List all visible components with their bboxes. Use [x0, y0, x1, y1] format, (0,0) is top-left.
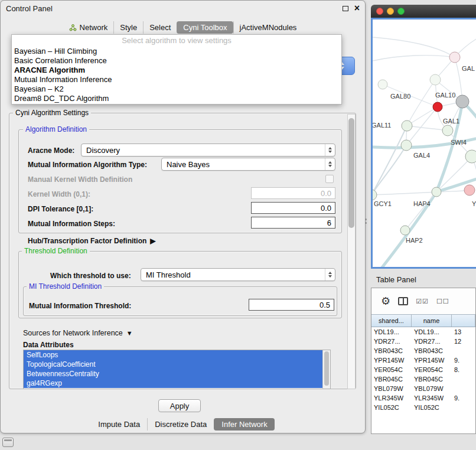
attribute-item[interactable]: SelfLoops: [24, 350, 322, 360]
table-row[interactable]: YDL19... YDL19... 13: [371, 327, 475, 337]
tab-discretize-data[interactable]: Discretize Data: [147, 418, 214, 431]
which-threshold-value: MI Threshold: [146, 270, 191, 279]
table-row[interactable]: YBR045C YBR045C: [371, 374, 475, 384]
node[interactable]: [400, 226, 410, 235]
tab-infer-network[interactable]: Infer Network: [214, 418, 274, 431]
table-header-row: shared... name: [371, 314, 475, 327]
apply-button[interactable]: Apply: [158, 399, 201, 412]
show-columns-icon[interactable]: [398, 297, 408, 305]
node[interactable]: [373, 190, 377, 200]
dropdown-item[interactable]: Mutual Information Inference: [12, 75, 341, 84]
column-header-name[interactable]: name: [412, 315, 452, 327]
float-window-icon[interactable]: [343, 6, 348, 11]
table-toolbar: ⚙ ☑☑ ☐☐: [371, 288, 475, 314]
dropdown-item[interactable]: Bayesian – Hill Climbing: [12, 47, 341, 56]
node-label: SWI4: [451, 139, 467, 146]
close-icon[interactable]: ×: [354, 4, 360, 12]
mi-algorithm-type-value: Naive Bayes: [167, 160, 210, 169]
tab-style[interactable]: Style: [113, 21, 143, 34]
node[interactable]: [464, 185, 475, 195]
mi-algorithm-type-select[interactable]: Naive Bayes: [161, 158, 335, 171]
cell: YBR043C: [371, 347, 412, 354]
mi-threshold-group-title: MI Threshold Definition: [27, 283, 104, 291]
node-label: GAL1: [443, 118, 459, 125]
mi-threshold-field[interactable]: 0.5: [249, 299, 334, 311]
zoom-traffic-light[interactable]: [397, 8, 405, 15]
settings-scrollbar[interactable]: [347, 114, 356, 389]
gear-icon[interactable]: ⚙: [381, 295, 390, 308]
select-all-columns-icon[interactable]: ☑☑: [416, 298, 429, 305]
table-row[interactable]: YER054C YER054C 8.: [371, 365, 475, 374]
node[interactable]: [430, 74, 441, 85]
dropdown-item[interactable]: Bayesian – K2: [12, 84, 341, 94]
tab-cyni-toolbox[interactable]: Cyni Toolbox: [177, 21, 233, 34]
node[interactable]: [456, 95, 469, 108]
edge: [436, 102, 462, 192]
tab-select[interactable]: Select: [143, 21, 177, 34]
node[interactable]: [442, 125, 453, 136]
which-threshold-select[interactable]: MI Threshold: [141, 268, 335, 281]
table-panel-title: Table Panel: [376, 275, 416, 284]
node[interactable]: [402, 120, 412, 131]
kernel-width-value: 0.0: [321, 189, 331, 198]
tab-network-label: Network: [80, 23, 108, 32]
manual-kernel-checkbox[interactable]: [325, 175, 334, 183]
minimized-panel-icon[interactable]: [2, 438, 14, 447]
node[interactable]: [378, 80, 387, 89]
unselect-all-columns-icon[interactable]: ☐☐: [436, 298, 449, 305]
node-selected-red[interactable]: [433, 102, 442, 112]
node-label: GAL80: [390, 93, 410, 100]
table-row[interactable]: YBL079W YBL079W: [371, 384, 475, 393]
table-row[interactable]: YBR043C YBR043C: [371, 346, 475, 356]
node[interactable]: [432, 187, 441, 197]
tab-network[interactable]: Network: [63, 21, 114, 34]
minimize-traffic-light[interactable]: [387, 8, 394, 15]
aracne-mode-select[interactable]: Discovery: [81, 144, 335, 156]
hub-section-toggle[interactable]: Hub/Transcription Factor Definition ▶: [28, 237, 156, 245]
column-header-extra[interactable]: [452, 315, 475, 327]
network-window-titlebar[interactable]: [371, 5, 476, 18]
cell: YLR345W: [371, 394, 412, 402]
cell: YPR145W: [371, 357, 412, 364]
mi-steps-field[interactable]: 6: [251, 217, 335, 229]
attribute-item[interactable]: BetweennessCentrality: [24, 369, 322, 379]
node[interactable]: [401, 140, 412, 151]
column-header-shared-name[interactable]: shared...: [371, 315, 412, 327]
cell: 8.: [452, 366, 475, 373]
control-panel-tabs: Network Style Select Cyni Toolbox jActiv…: [1, 21, 365, 34]
tab-impute-data[interactable]: Impute Data: [91, 418, 147, 431]
sources-section-toggle[interactable]: Sources for Network Inference ▼: [23, 329, 133, 337]
node[interactable]: [465, 150, 476, 163]
table-row[interactable]: YLR345W YLR345W 9.: [371, 393, 475, 403]
dropdown-item[interactable]: Basic Correlation Inference: [12, 56, 341, 66]
cell: YBR045C: [371, 376, 412, 383]
table-row[interactable]: YIL052C YIL052C: [371, 403, 475, 412]
table-row[interactable]: YPR145W YPR145W 9.: [371, 356, 475, 365]
dropdown-item-selected[interactable]: ARACNE Algorithm: [12, 66, 341, 75]
network-canvas[interactable]: GAL GAL80 GAL10 GAL11 GAL1 SWI4 GAL4 GCY…: [371, 18, 476, 269]
mi-threshold-label: Mutual Information Threshold:: [29, 302, 131, 310]
settings-scrollbar-thumb[interactable]: [348, 118, 354, 228]
cell: YDL19...: [412, 328, 452, 335]
dpi-tolerance-field[interactable]: 0.0: [251, 202, 335, 214]
tab-impute-data-label: Impute Data: [98, 420, 140, 429]
table-row[interactable]: YDR27... YDR27... 12: [371, 337, 475, 346]
attribute-item[interactable]: gal4RGexp: [24, 379, 322, 388]
cell: 9.: [452, 394, 475, 402]
dropdown-item[interactable]: Dream8 DC_TDC Algorithm: [12, 94, 341, 103]
tab-discretize-data-label: Discretize Data: [155, 420, 207, 429]
attribute-item[interactable]: TopologicalCoefficient: [24, 360, 322, 369]
cell: YBL079W: [412, 385, 452, 392]
cell: 9.: [452, 357, 475, 364]
attribute-list-scrollbar[interactable]: [322, 350, 330, 389]
tab-cyni-toolbox-label: Cyni Toolbox: [183, 23, 227, 32]
cell: YER054C: [412, 366, 452, 373]
node[interactable]: [449, 52, 460, 63]
tab-jactivemnodules[interactable]: jActiveMNodules: [233, 21, 303, 34]
node-label: HAP4: [413, 200, 431, 207]
panel-divider-grip[interactable]: [364, 217, 368, 225]
mi-steps-label: Mutual Information Steps:: [28, 220, 115, 228]
close-traffic-light[interactable]: [376, 8, 383, 15]
algorithm-definition-title: Algorithm Definition: [23, 126, 89, 133]
kernel-width-field[interactable]: 0.0: [251, 187, 335, 199]
